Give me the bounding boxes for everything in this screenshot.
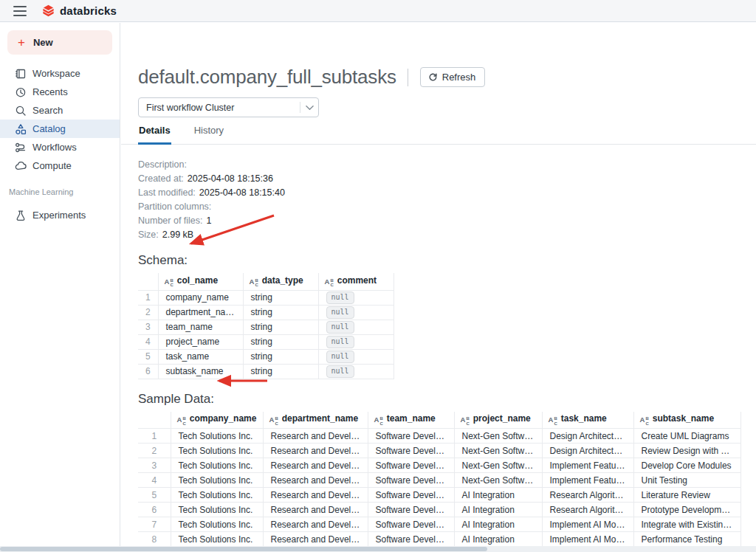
cell-col_name: task_name — [158, 349, 243, 364]
cell-col_name: department_name — [158, 305, 243, 320]
row-number: 6 — [138, 503, 171, 517]
string-type-icon: ABC — [165, 278, 173, 288]
cell-task_name: Design Architecture — [542, 444, 633, 458]
string-type-icon: ABC — [549, 416, 557, 426]
cell-subtask_name: Integrate with Existing Syste... — [633, 517, 740, 532]
table-header-row: ABCcompany_nameABCdepartment_nameABCteam… — [138, 412, 740, 429]
row-number: 8 — [138, 532, 171, 547]
string-type-icon: ABC — [269, 416, 278, 426]
null-badge: null — [326, 321, 354, 334]
table-row: 1Tech Solutions Inc.Research and Develop… — [138, 429, 740, 444]
sidebar-item-label: Compute — [32, 160, 72, 171]
table-row: 6subtask_namestringnull — [138, 364, 394, 379]
cell-team_name: Software Development — [368, 532, 454, 547]
cell-col_name: company_name — [158, 290, 243, 305]
databricks-catalog-page: databricks + New WorkspaceRecentsSearchC… — [0, 0, 756, 552]
row-number: 1 — [138, 429, 171, 444]
null-badge: null — [326, 291, 354, 304]
metadata-value: 2025-04-08 18:15:40 — [199, 187, 285, 201]
sidebar-item-recents[interactable]: Recents — [0, 83, 120, 101]
cell-subtask_name: Create UML Diagrams — [633, 429, 740, 444]
sidebar-item-experiments[interactable]: Experiments — [0, 206, 120, 224]
metadata-label: Last modified: — [138, 187, 196, 201]
metadata-value: 2025-04-08 18:15:36 — [188, 173, 273, 187]
refresh-icon — [428, 72, 438, 82]
cell-task_name: Research Algorithms — [542, 488, 633, 503]
cell-department_name: Research and Development — [263, 473, 368, 488]
cell-company_name: Tech Solutions Inc. — [171, 488, 263, 503]
new-button[interactable]: + New — [7, 30, 112, 55]
sidebar-item-catalog[interactable]: Catalog — [0, 120, 120, 138]
cell-subtask_name: Develop Core Modules — [633, 458, 740, 473]
row-number: 6 — [138, 364, 158, 379]
cell-company_name: Tech Solutions Inc. — [171, 444, 263, 458]
scrollbar-thumb[interactable] — [0, 547, 487, 551]
cell-company_name: Tech Solutions Inc. — [171, 532, 263, 547]
row-number: 2 — [138, 305, 158, 320]
metadata-row-created-at: Created at:2025-04-08 18:15:36 — [138, 173, 756, 187]
cell-project_name: Next-Gen Software — [454, 458, 542, 473]
databricks-logo[interactable]: databricks — [41, 4, 117, 18]
workspace-icon — [15, 68, 27, 80]
metadata-row-number-of-files: Number of files:1 — [138, 215, 756, 230]
schema-table: ABCcol_nameABCdata_typeABCcomment1compan… — [138, 273, 394, 379]
sidebar-item-compute[interactable]: Compute — [0, 156, 120, 175]
cell-data_type: string — [243, 290, 318, 305]
compute-icon — [15, 160, 27, 172]
cell-team_name: Software Development — [368, 473, 454, 488]
hamburger-menu-icon[interactable] — [13, 6, 27, 16]
table-row: 4Tech Solutions Inc.Research and Develop… — [138, 473, 740, 488]
search-icon — [15, 105, 27, 117]
cell-comment: null — [318, 334, 394, 349]
string-type-icon: ABC — [177, 416, 186, 426]
metadata-row-size: Size:2.99 kB — [138, 230, 756, 244]
table-row: 5task_namestringnull — [138, 349, 394, 364]
column-header-subtask-name: ABCsubtask_name — [633, 412, 740, 429]
sidebar-item-label: Workspace — [32, 68, 80, 79]
null-badge: null — [326, 336, 354, 348]
cell-col_name: team_name — [158, 320, 243, 334]
cell-subtask_name: Prototype Development — [633, 503, 740, 517]
cell-comment: null — [318, 290, 394, 305]
schema-heading: Schema: — [138, 253, 756, 268]
cell-comment: null — [318, 364, 394, 379]
table-row: 8Tech Solutions Inc.Research and Develop… — [138, 532, 740, 547]
cell-task_name: Implement AI Module — [542, 532, 633, 547]
row-number: 4 — [138, 473, 171, 488]
cell-project_name: AI Integration — [454, 532, 542, 547]
refresh-button[interactable]: Refresh — [420, 67, 486, 87]
metadata-row-partition-columns: Partition columns: — [138, 201, 756, 215]
metadata-label: Description: — [138, 159, 187, 173]
recents-icon — [15, 86, 27, 98]
row-number: 7 — [138, 517, 171, 532]
string-type-icon: ABC — [325, 278, 334, 288]
cell-team_name: Software Development — [368, 458, 454, 473]
cell-department_name: Research and Development — [263, 532, 368, 547]
cell-department_name: Research and Development — [263, 458, 368, 473]
column-header-team-name: ABCteam_name — [368, 412, 454, 429]
title-divider — [408, 69, 408, 86]
sidebar-item-workspace[interactable]: Workspace — [0, 64, 120, 83]
cell-project_name: Next-Gen Software — [454, 444, 542, 458]
cell-project_name: AI Integration — [454, 517, 542, 532]
cell-department_name: Research and Development — [263, 444, 368, 458]
table-row: 5Tech Solutions Inc.Research and Develop… — [138, 488, 740, 503]
cell-comment: null — [318, 349, 394, 364]
cell-data_type: string — [243, 320, 318, 334]
cluster-selected-value: First workflow Cluster — [139, 103, 300, 113]
metadata-row-last-modified: Last modified:2025-04-08 18:15:40 — [138, 187, 756, 201]
cell-col_name: project_name — [158, 334, 243, 349]
horizontal-scrollbar[interactable] — [0, 546, 756, 552]
sidebar-item-workflows[interactable]: Workflows — [0, 138, 120, 156]
null-badge: null — [326, 351, 354, 363]
top-bar: databricks — [0, 0, 756, 22]
sidebar-item-search[interactable]: Search — [0, 101, 120, 120]
table-row: 1company_namestringnull — [138, 290, 394, 305]
metadata-label: Partition columns: — [138, 201, 211, 215]
column-header-data-type: ABCdata_type — [243, 273, 318, 290]
cluster-selector[interactable]: First workflow Cluster — [138, 97, 319, 117]
sidebar-nav: WorkspaceRecentsSearchCatalogWorkflowsCo… — [0, 64, 120, 175]
cell-company_name: Tech Solutions Inc. — [171, 458, 263, 473]
cell-data_type: string — [243, 364, 318, 379]
cell-task_name: Implement Features — [542, 473, 633, 488]
